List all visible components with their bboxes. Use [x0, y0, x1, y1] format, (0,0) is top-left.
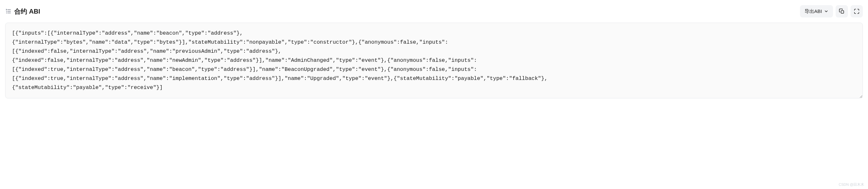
chevron-down-icon [824, 9, 829, 13]
copy-button[interactable] [836, 5, 848, 18]
svg-point-3 [6, 11, 7, 12]
section-title: 合约 ABI [14, 7, 40, 16]
export-abi-button[interactable]: 导出ABI [800, 5, 833, 18]
abi-code-content[interactable]: [{"inputs":[{"internalType":"address","n… [5, 23, 863, 98]
section-header: 合约 ABI 导出ABI [5, 5, 863, 18]
svg-rect-5 [841, 11, 844, 13]
expand-icon [854, 8, 860, 14]
svg-point-4 [6, 13, 7, 13]
header-left: 合约 ABI [5, 7, 40, 16]
expand-button[interactable] [850, 5, 863, 18]
export-abi-label: 导出ABI [805, 8, 822, 14]
header-actions: 导出ABI [800, 5, 863, 18]
list-icon [5, 8, 12, 14]
copy-icon [839, 8, 845, 14]
